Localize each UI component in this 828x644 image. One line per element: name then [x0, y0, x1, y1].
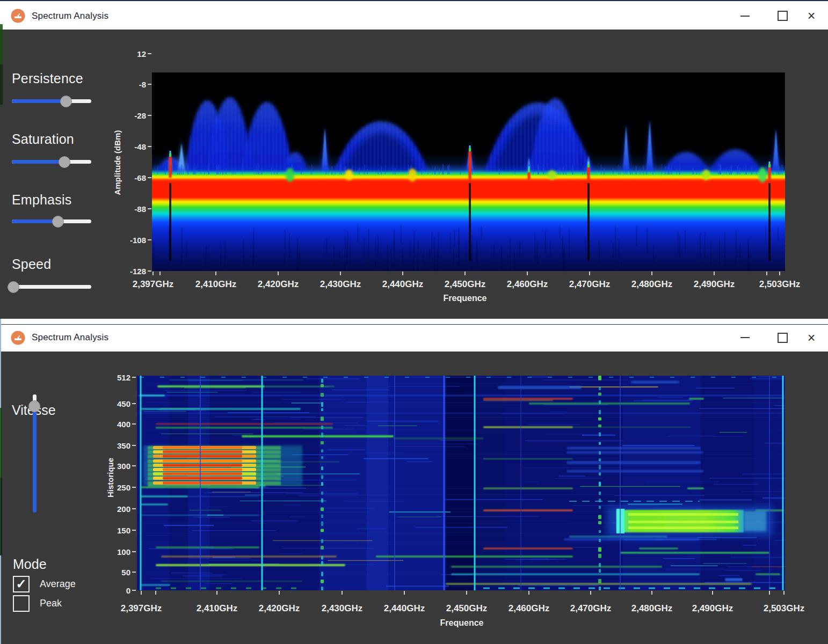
minimize-icon[interactable] [732, 319, 757, 352]
minimize-icon[interactable] [732, 1, 757, 31]
ytick-mark [132, 445, 136, 446]
ytick-mark [148, 239, 151, 240]
xtick-mark [783, 591, 785, 595]
xtick-label: 2,503GHz [759, 279, 801, 290]
xtick-mark-minor [159, 272, 161, 275]
slider-label-speed: Speed [12, 257, 51, 272]
checkbox-label-average: Average [40, 579, 76, 590]
checkbox-peak[interactable] [13, 595, 30, 612]
xtick-label: 2,490GHz [692, 603, 733, 614]
ytick-mark [132, 590, 136, 591]
slider-thumb-speed[interactable] [8, 281, 19, 293]
xtick-mark [216, 591, 217, 595]
ytick-mark [148, 84, 151, 85]
slider-label-persistence: Persistence [12, 71, 83, 86]
xtick-label: 2,480GHz [631, 603, 673, 614]
ytick-mark [132, 377, 136, 378]
xtick-label: 2,440GHz [384, 603, 425, 614]
titlebar[interactable]: Spectrum Analysis × [0, 0, 828, 31]
ytick-mark [132, 403, 136, 404]
ytick-mark [132, 551, 136, 552]
xtick-label: 2,490GHz [694, 279, 735, 290]
persistence-spectrum-chart [152, 72, 785, 271]
xtick-label: 2,420GHz [258, 279, 299, 290]
xtick-mark [141, 591, 142, 595]
window-border-accent [0, 324, 828, 325]
slider-track-persistence[interactable] [12, 99, 91, 103]
ytick-label: 12 [114, 49, 146, 58]
vitesse-track-lower[interactable] [33, 411, 37, 513]
ytick-mark [132, 572, 136, 573]
xtick-mark-minor [155, 591, 156, 595]
slider-label-saturation: Saturation [12, 131, 74, 147]
ytick-mark [132, 487, 136, 488]
xtick-mark [589, 272, 590, 275]
mode-label: Mode [13, 557, 47, 572]
ytick-mark [132, 508, 136, 509]
ytick-mark [148, 270, 151, 272]
checkbox-label-peak: Peak [40, 598, 62, 609]
ytick-label: 0 [98, 586, 130, 595]
xtick-mark [528, 591, 529, 595]
checkbox-average[interactable]: ✓ [13, 576, 30, 592]
maximize-icon[interactable] [770, 319, 795, 352]
check-icon: ✓ [16, 577, 26, 590]
xtick-label: 2,430GHz [322, 603, 363, 614]
spectrum-app-icon [11, 9, 25, 23]
waterfall-spectrogram-plot [137, 376, 785, 590]
ytick-label: 450 [98, 399, 130, 408]
slider-track-saturation[interactable] [12, 160, 91, 164]
ytick-label: 150 [98, 526, 130, 535]
window-spectrum-waterfall: Spectrum Analysis × Vitesse Mode ✓Averag… [0, 319, 828, 644]
slider-track-speed[interactable] [12, 285, 91, 289]
xtick-label: 2,450GHz [446, 603, 488, 614]
xtick-mark [340, 272, 341, 275]
ytick-mark [132, 465, 136, 466]
window-spectrum-persistence: Spectrum Analysis × PersistenceSaturatio… [0, 0, 828, 318]
xtick-label: 2,420GHz [259, 603, 300, 614]
slider-label-emphasis: Emphasis [12, 192, 71, 208]
xtick-mark [527, 272, 528, 275]
maximize-icon[interactable] [770, 1, 795, 31]
slider-thumb-persistence[interactable] [60, 96, 72, 107]
titlebar[interactable]: Spectrum Analysis × [0, 319, 828, 352]
xtick-label: 2,470GHz [569, 279, 611, 290]
xtick-label: 2,440GHz [382, 279, 424, 290]
slider-fill [12, 99, 66, 103]
y-axis-title: Amplitude (dBm) [113, 130, 122, 195]
xtick-mark [215, 272, 216, 275]
vitesse-thumb[interactable] [28, 400, 40, 412]
xtick-mark-minor [766, 272, 767, 275]
ytick-label: 100 [98, 547, 130, 557]
xtick-mark [152, 272, 154, 275]
xtick-mark [714, 272, 715, 275]
bottom-window-content: Vitesse Mode ✓AveragePeak 51245040035030… [0, 352, 828, 644]
xtick-mark-minor [769, 591, 770, 595]
ytick-label: -128 [114, 267, 146, 276]
ytick-label: -8 [114, 80, 146, 89]
xtick-mark [779, 272, 780, 275]
xtick-label: 2,410GHz [197, 603, 238, 614]
waterfall-spectrogram-chart [137, 376, 785, 590]
xtick-mark [464, 272, 466, 275]
slider-thumb-saturation[interactable] [59, 156, 70, 168]
ytick-label: -28 [114, 111, 146, 120]
xtick-label: 2,450GHz [445, 279, 486, 290]
close-icon[interactable]: × [799, 1, 824, 31]
ytick-label: 512 [98, 373, 130, 382]
xtick-label: 2,397GHz [121, 603, 162, 614]
persistence-spectrum-plot [152, 72, 785, 271]
ytick-label: -108 [114, 236, 146, 245]
xtick-mark [651, 591, 652, 595]
top-window-content: PersistenceSaturationEmphasisSpeed 12-8-… [0, 30, 828, 318]
desktop: { "windows": { "top": { "title": "Spectr… [0, 0, 828, 644]
slider-fill [12, 219, 58, 223]
ytick-mark [148, 115, 151, 116]
window-title: Spectrum Analysis [32, 11, 108, 21]
ytick-label: 50 [98, 568, 130, 577]
ytick-label: 400 [98, 420, 130, 429]
xtick-label: 2,460GHz [507, 279, 548, 290]
slider-thumb-emphasis[interactable] [52, 216, 64, 228]
close-icon[interactable]: × [799, 319, 824, 352]
y-axis-title: Historique [106, 458, 115, 497]
